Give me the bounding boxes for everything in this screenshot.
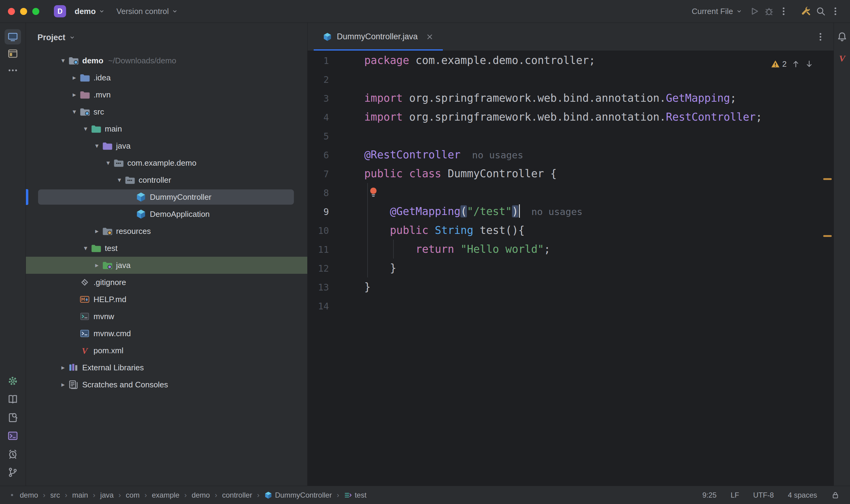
code-line-8[interactable]: 8 xyxy=(308,183,834,202)
code-line-12[interactable]: 12 } xyxy=(308,258,834,277)
tree-row--idea[interactable]: ▸.idea xyxy=(26,69,307,86)
maven-tool-button[interactable]: V xyxy=(835,52,849,65)
tree-row-main[interactable]: ▾main xyxy=(26,120,307,137)
chevron-collapsed-icon[interactable]: ▸ xyxy=(58,381,68,389)
tree-row-resources[interactable]: ▸resources xyxy=(26,222,307,240)
close-tab-icon[interactable] xyxy=(426,33,434,41)
chevron-expanded-icon[interactable]: ▾ xyxy=(58,57,68,65)
commit-tool-button[interactable] xyxy=(4,46,21,61)
code-line-7[interactable]: 7public class DummyController { xyxy=(308,164,834,183)
debug-button[interactable] xyxy=(762,4,776,18)
project-avatar[interactable]: D xyxy=(54,5,66,17)
version-control-tool-button[interactable] xyxy=(4,465,21,480)
tree-row--gitignore[interactable]: .gitignore xyxy=(26,274,307,291)
tree-row-controller[interactable]: ▾controller xyxy=(26,172,307,188)
breadcrumb-item-example[interactable]: example xyxy=(151,490,180,500)
tools-icon xyxy=(801,6,811,16)
more-tool-windows-button[interactable] xyxy=(4,63,21,78)
code-line-14[interactable]: 14 xyxy=(308,296,834,315)
code-line-5[interactable]: 5 xyxy=(308,126,834,145)
settings-menu-button[interactable] xyxy=(828,4,843,18)
chevron-collapsed-icon[interactable]: ▸ xyxy=(92,261,102,269)
terminal-tool-button[interactable] xyxy=(4,428,21,444)
readonly-lock-icon[interactable] xyxy=(831,491,840,500)
intention-bulb-icon[interactable] xyxy=(367,186,379,198)
notifications-button[interactable] xyxy=(835,30,849,43)
tree-row--mvn[interactable]: ▸.mvn xyxy=(26,86,307,103)
zoom-window-button[interactable] xyxy=(32,8,39,15)
tree-row-mvnw[interactable]: mvnw xyxy=(26,308,307,325)
tree-row-com-example-demo[interactable]: ▾com.example.demo xyxy=(26,155,307,172)
chevron-expanded-icon[interactable]: ▾ xyxy=(70,108,79,116)
code-line-1[interactable]: 1package com.example.demo.controller; xyxy=(308,51,834,70)
breadcrumb-item-com[interactable]: com xyxy=(125,490,140,500)
run-configurations-dropdown[interactable]: Current File xyxy=(689,4,745,19)
tree-row-demo[interactable]: ▾demo~/Downloads/demo xyxy=(26,52,307,69)
chevron-expanded-icon[interactable]: ▾ xyxy=(81,125,90,133)
chevron-collapsed-icon[interactable]: ▸ xyxy=(70,74,79,82)
chevron-expanded-icon[interactable]: ▾ xyxy=(81,244,90,252)
breadcrumb-item-src[interactable]: src xyxy=(50,490,60,500)
project-tool-button[interactable] xyxy=(4,29,21,44)
code-line-4[interactable]: 4import org.springframework.web.bind.ann… xyxy=(308,108,834,126)
inspection-widget[interactable]: 2 xyxy=(771,55,813,73)
tools-button[interactable] xyxy=(799,4,813,18)
code-line-2[interactable]: 2 xyxy=(308,70,834,89)
chevron-down-icon[interactable] xyxy=(69,34,75,40)
breadcrumb-item-controller[interactable]: controller xyxy=(221,490,253,500)
breadcrumb-item-demo[interactable]: demo xyxy=(191,490,211,500)
chevron-expanded-icon[interactable]: ▾ xyxy=(115,176,124,184)
chevron-expanded-icon[interactable]: ▾ xyxy=(104,159,113,167)
code-line-10[interactable]: 10 public String test(){ xyxy=(308,221,834,240)
breadcrumb-label: test xyxy=(355,491,367,500)
project-switcher[interactable]: demo xyxy=(72,4,108,19)
tree-row-external-libraries[interactable]: ▸External Libraries xyxy=(26,359,307,376)
tree-row-help-md[interactable]: HELP.md xyxy=(26,291,307,308)
encoding-widget[interactable]: UTF-8 xyxy=(753,491,774,500)
code-line-11[interactable]: 11 return "Hello world"; xyxy=(308,240,834,258)
tree-row-demoapplication[interactable]: DemoApplication xyxy=(26,205,307,222)
code-line-9[interactable]: 9 @GetMapping("/test")no usages xyxy=(308,202,834,221)
breadcrumb-item-test[interactable]: test xyxy=(344,490,367,500)
breadcrumb-item-dummycontroller[interactable]: DummyController xyxy=(264,490,332,500)
tree-row-pom-xml[interactable]: Vpom.xml xyxy=(26,342,307,359)
breadcrumb-item-java[interactable]: java xyxy=(100,490,114,500)
problems-tool-button[interactable] xyxy=(4,447,21,462)
tab-options-icon[interactable] xyxy=(815,32,826,42)
chevron-expanded-icon[interactable]: ▾ xyxy=(92,142,102,150)
find-tool-button[interactable] xyxy=(4,410,21,425)
line-separator-widget[interactable]: LF xyxy=(730,491,739,500)
tree-row-java[interactable]: ▸java xyxy=(26,257,307,274)
tab-dummycontroller-java[interactable]: DummyController.java xyxy=(314,23,443,51)
tree-row-mvnw-cmd[interactable]: mvnw.cmd xyxy=(26,325,307,342)
code-editor[interactable]: 1package com.example.demo.controller;23i… xyxy=(308,51,834,486)
code-line-13[interactable]: 13} xyxy=(308,277,834,296)
breadcrumb-item-main[interactable]: main xyxy=(72,490,89,500)
code-line-6[interactable]: 6@RestControllerno usages xyxy=(308,145,834,164)
close-window-button[interactable] xyxy=(8,8,15,15)
services-tool-button[interactable] xyxy=(4,373,21,389)
documentation-tool-button[interactable] xyxy=(4,392,21,407)
previous-problem-icon[interactable] xyxy=(792,60,800,68)
tree-row-java[interactable]: ▾java xyxy=(26,137,307,155)
chevron-collapsed-icon[interactable]: ▸ xyxy=(58,364,68,372)
chevron-collapsed-icon[interactable]: ▸ xyxy=(70,91,79,99)
indent-widget[interactable]: 4 spaces xyxy=(788,491,817,500)
warning-stripe-mark[interactable] xyxy=(823,178,832,180)
chevron-collapsed-icon[interactable]: ▸ xyxy=(92,227,102,235)
tree-row-test[interactable]: ▾test xyxy=(26,240,307,257)
caret-position-widget[interactable]: 9:25 xyxy=(702,491,717,500)
tree-row-src[interactable]: ▾src xyxy=(26,103,307,120)
project-panel-title[interactable]: Project xyxy=(37,33,66,42)
search-everywhere-button[interactable] xyxy=(813,4,828,18)
warning-stripe-mark[interactable] xyxy=(823,235,832,237)
tree-row-dummycontroller[interactable]: DummyController xyxy=(26,188,307,205)
minimize-window-button[interactable] xyxy=(20,8,27,15)
run-button[interactable] xyxy=(747,4,762,18)
next-problem-icon[interactable] xyxy=(805,60,813,68)
code-line-3[interactable]: 3import org.springframework.web.bind.ann… xyxy=(308,89,834,108)
tree-row-scratches-and-consoles[interactable]: ▸Scratches and Consoles xyxy=(26,376,307,393)
more-run-actions-button[interactable] xyxy=(776,4,791,18)
breadcrumb-item-demo[interactable]: demo xyxy=(19,490,39,500)
vcs-widget[interactable]: Version control xyxy=(113,4,181,19)
